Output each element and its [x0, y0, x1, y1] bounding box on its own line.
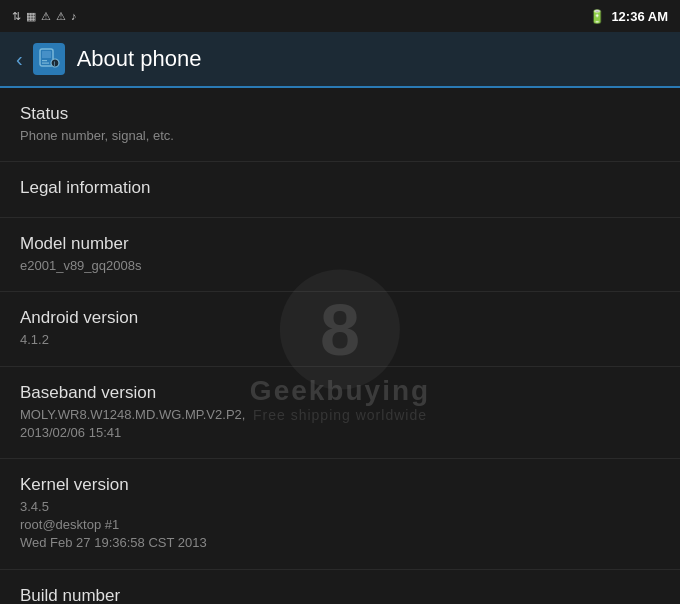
baseband-title: Baseband version: [20, 383, 660, 403]
usb-icon: ⇅: [12, 10, 21, 23]
sim-icon: ▦: [26, 10, 36, 23]
list-item-status[interactable]: Status Phone number, signal, etc.: [0, 88, 680, 162]
baseband-value: MOLY.WR8.W1248.MD.WG.MP.V2.P2,2013/02/06…: [20, 406, 660, 442]
about-phone-icon: i: [33, 43, 65, 75]
kernel-value: 3.4.5root@desktop #1Wed Feb 27 19:36:58 …: [20, 498, 660, 553]
list-item-legal[interactable]: Legal information: [0, 162, 680, 218]
content-area: 8 Geekbuying Free shipping worldwide Sta…: [0, 88, 680, 604]
nav-bar: ‹ i About phone: [0, 32, 680, 88]
list-item-build: Build number e2001_v89_gq2008s_20130227: [0, 570, 680, 605]
legal-title: Legal information: [20, 178, 660, 198]
list-item-baseband: Baseband version MOLY.WR8.W1248.MD.WG.MP…: [0, 367, 680, 459]
status-right: 🔋 12:36 AM: [589, 9, 668, 24]
list-item-android: Android version 4.1.2: [0, 292, 680, 366]
kernel-title: Kernel version: [20, 475, 660, 495]
status-subtitle: Phone number, signal, etc.: [20, 127, 660, 145]
back-button[interactable]: ‹: [16, 48, 23, 71]
model-title: Model number: [20, 234, 660, 254]
android-value: 4.1.2: [20, 331, 660, 349]
page-title: About phone: [77, 46, 202, 72]
warning2-icon: ⚠: [56, 10, 66, 23]
time-display: 12:36 AM: [611, 9, 668, 24]
status-bar: ⇅ ▦ ⚠ ⚠ ♪ 🔋 12:36 AM: [0, 0, 680, 32]
warning-icon: ⚠: [41, 10, 51, 23]
list-item-model: Model number e2001_v89_gq2008s: [0, 218, 680, 292]
svg-rect-1: [42, 51, 51, 58]
build-title: Build number: [20, 586, 660, 605]
media-icon: ♪: [71, 10, 77, 22]
battery-icon: 🔋: [589, 9, 605, 24]
status-icons: ⇅ ▦ ⚠ ⚠ ♪: [12, 10, 77, 23]
list-item-kernel: Kernel version 3.4.5root@desktop #1Wed F…: [0, 459, 680, 570]
status-title: Status: [20, 104, 660, 124]
svg-rect-2: [42, 60, 47, 61]
model-value: e2001_v89_gq2008s: [20, 257, 660, 275]
android-title: Android version: [20, 308, 660, 328]
svg-rect-3: [42, 63, 49, 64]
